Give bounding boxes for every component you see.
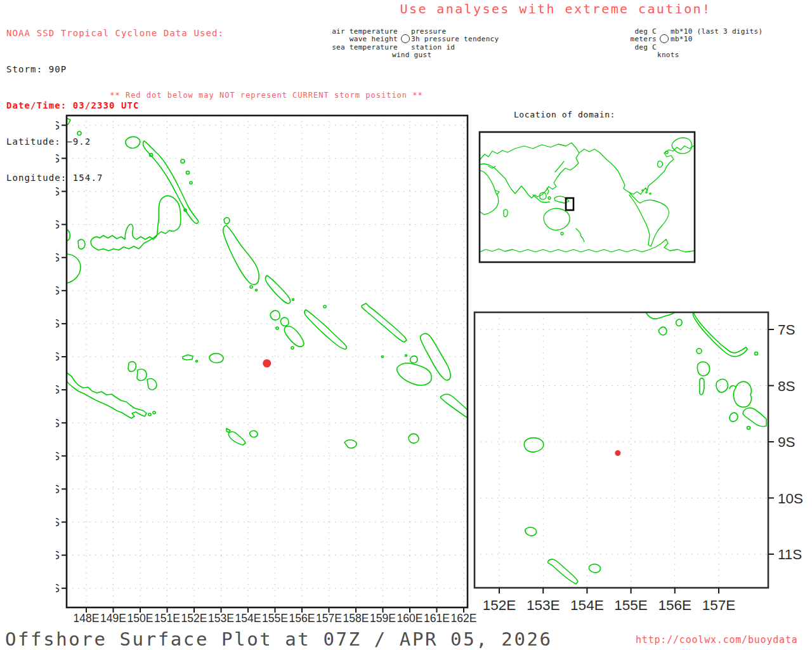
x-tick-label: 152E — [181, 612, 207, 625]
main-map-overlay: 148E149E150E151E152E153E154E155E156E157E… — [56, 119, 476, 625]
y-tick-label: 9S — [778, 434, 796, 450]
x-tick-label: 161E — [424, 612, 450, 625]
main-map-coastlines — [67, 118, 468, 448]
y-tick-label: 9S — [56, 350, 60, 363]
y-tick-label: 7S — [56, 284, 60, 297]
station-legend-left-column: air temperature wave height sea temperat… — [304, 28, 398, 51]
caution-headline: Use analyses with extreme caution! — [392, 1, 719, 17]
y-tick-label: 2S — [56, 119, 60, 132]
plot-title: Offshore Surface Plot at 07Z / APR 05, 2… — [5, 628, 553, 650]
x-tick-label: 151E — [154, 612, 180, 625]
x-tick-label: 152E — [483, 597, 516, 613]
x-tick-label: 153E — [208, 612, 234, 625]
x-tick-label: 149E — [100, 612, 126, 625]
station-circle-icon — [401, 34, 410, 43]
units-circle-icon — [660, 34, 669, 43]
unit-mb10: mb*10 — [671, 36, 763, 43]
y-tick-label: 10S — [56, 383, 60, 396]
x-tick-label: 155E — [614, 597, 648, 613]
world-map-inset — [476, 128, 704, 268]
x-tick-label: 153E — [527, 597, 560, 613]
world-coastlines — [480, 138, 695, 252]
y-tick-label: 13S — [56, 483, 60, 496]
legend-wind-gust: wind gust — [392, 51, 431, 59]
domain-inset-title: Location of domain: — [479, 110, 650, 119]
y-tick-label: 16S — [56, 582, 60, 595]
y-tick-label: 5S — [56, 218, 60, 231]
source-url-link[interactable]: http://coolwx.com/buoydata — [636, 634, 798, 646]
x-tick-label: 157E — [316, 612, 342, 625]
y-tick-label: 11S — [778, 547, 802, 562]
units-legend-right-column: mb*10 (last 3 digits) mb*10 — [671, 28, 763, 44]
storm-id: Storm: 90P — [6, 63, 224, 76]
x-tick-label: 148E — [74, 612, 100, 625]
station-model-legend: air temperature wave height sea temperat… — [304, 28, 514, 61]
zoom-map-border — [475, 312, 768, 588]
x-tick-label: 154E — [570, 597, 604, 613]
zoom-map-inset: 152E153E154E155E156E157E7S8S9S10S11S — [469, 307, 812, 631]
x-tick-label: 150E — [128, 612, 154, 625]
unit-knots: knots — [657, 51, 679, 59]
buoy-plot-page: NOAA SSD Tropical Cyclone Data Used: Sto… — [0, 0, 812, 650]
y-tick-label: 7S — [778, 322, 796, 338]
legend-sea-temperature: sea temperature — [304, 44, 398, 51]
y-tick-label: 3S — [56, 152, 60, 165]
y-tick-label: 11S — [56, 417, 60, 430]
domain-location-box — [566, 198, 573, 210]
x-tick-label: 155E — [262, 612, 288, 625]
y-tick-label: 12S — [56, 450, 60, 463]
zoom-map-overlay: 152E153E154E155E156E157E7S8S9S10S11S — [483, 322, 803, 613]
y-tick-label: 10S — [778, 491, 803, 507]
y-tick-label: 4S — [56, 185, 60, 198]
x-tick-label: 160E — [397, 612, 423, 625]
x-tick-label: 156E — [289, 612, 315, 625]
y-tick-label: 14S — [56, 516, 60, 529]
unit-deg-c-sea: deg C — [609, 44, 657, 51]
zoom-map-gridlines — [475, 312, 768, 588]
x-tick-label: 159E — [370, 612, 396, 625]
main-map: 148E149E150E151E152E153E154E155E156E157E… — [56, 107, 487, 637]
y-tick-label: 15S — [56, 549, 60, 562]
unit-meters: meters — [609, 36, 657, 43]
station-legend-right-column: pressure 3h pressure tendency station id — [411, 28, 499, 51]
storm-position-dot — [263, 359, 271, 368]
y-tick-label: 8S — [56, 317, 60, 330]
units-legend-left-column: deg C meters deg C — [609, 28, 657, 51]
units-legend: deg C meters deg C mb*10 (last 3 digits)… — [609, 28, 812, 61]
y-tick-label: 8S — [778, 378, 796, 394]
x-tick-label: 157E — [702, 597, 736, 613]
x-tick-label: 158E — [343, 612, 369, 625]
red-dot-warning: ** Red dot below may NOT represent CURRE… — [107, 91, 426, 100]
storm-position-dot — [615, 450, 620, 456]
x-tick-label: 154E — [235, 612, 261, 625]
y-tick-label: 6S — [56, 251, 60, 264]
x-tick-label: 156E — [658, 597, 692, 613]
zoom-map-coastlines — [524, 312, 766, 584]
storm-source-label: NOAA SSD Tropical Cyclone Data Used: — [6, 27, 224, 39]
legend-wave-height: wave height — [304, 36, 398, 43]
legend-pressure-tendency: 3h pressure tendency — [411, 36, 499, 43]
